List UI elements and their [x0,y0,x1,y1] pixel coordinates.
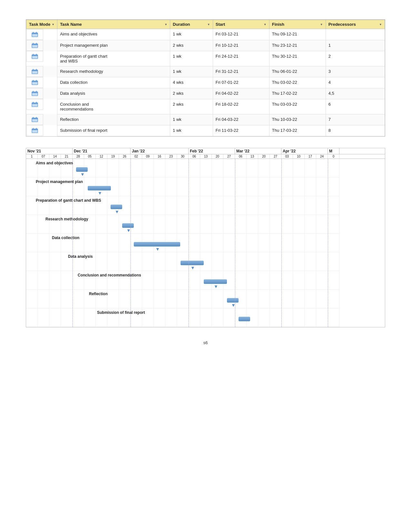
table-row: Data analysis2 wksFri 04-02-22Thu 17-02-… [26,88,385,99]
gantt-grid-cell [119,290,131,308]
gantt-grid-cell [305,178,316,196]
gantt-grid-cell [177,290,189,308]
col-header-predecessors: Predecessors ▼ [326,20,385,29]
col-header-duration: Duration ▼ [170,20,213,29]
gantt-task-label: Project management plan [36,179,83,184]
gantt-grid-cell [247,252,258,271]
gantt-grid-cell [26,215,38,233]
gantt-grid-cell [154,308,165,327]
gantt-grid-cell [131,290,142,308]
gantt-task-label: Aims and objectives [36,161,73,165]
task-pred-cell: 7 [326,114,385,125]
task-pred-cell: 4,5 [326,88,385,99]
gantt-grid-cell [281,159,293,177]
task-mode-cell [26,99,43,110]
page-number-text: s6 [203,340,208,345]
gantt-grid-cell [247,215,258,233]
start-dropdown-icon[interactable]: ▼ [264,23,267,26]
gantt-grid-cell [281,290,293,308]
gantt-day-cell: 13 [200,154,212,159]
task-pred-cell [326,29,385,40]
task-mode-cell [26,125,43,136]
task-mode-icon [32,43,38,48]
svg-point-51 [36,128,37,129]
gantt-grid-cell [26,234,38,252]
gantt-grid-cell [270,308,281,327]
gantt-grid-cell [154,196,165,215]
task-pred-cell: 8 [326,125,385,136]
gantt-grid-cell [154,271,165,289]
svg-rect-37 [32,103,38,104]
gantt-grid-cell [177,196,189,215]
gantt-grid-cell [293,215,305,233]
gantt-grid-cell [293,196,305,215]
svg-point-50 [33,128,34,129]
gantt-grid-cell [316,196,328,215]
gantt-day-cell: 0 [328,154,339,159]
task-duration-cell: 1 wk [170,51,213,66]
table-row: Reflection1 wkFri 04-03-22Thu 10-03-227 [26,114,385,125]
task-name-dropdown-icon[interactable]: ▼ [164,23,167,26]
gantt-grid-cell [258,159,270,177]
gantt-grid-cell [247,159,258,177]
task-start-cell: Fri 18-02-22 [213,99,269,114]
gantt-grid-cell [293,234,305,252]
gantt-day-cell: 23 [165,154,177,159]
gantt-month-headers: Nov '21Dec '21Jan '22Feb '22Mar '22Apr '… [26,148,385,154]
gantt-grid-cell [293,271,305,289]
gantt-task-row: Aims and objectives▼ [26,159,339,178]
gantt-day-cell: 13 [247,154,258,159]
gantt-grid-cell [119,252,131,271]
gantt-task-row: Project management plan▼ [26,178,339,196]
gantt-day-cell: 28 [73,154,84,159]
gantt-grid-cell [61,308,73,327]
gantt-grid-cell [328,178,339,196]
svg-rect-25 [32,81,38,82]
gantt-grid-cell [142,215,154,233]
task-name-cell: Project management plan [57,40,170,51]
gantt-day-cell: 1 [26,154,38,159]
gantt-grid-cell [293,252,305,271]
task-name-label: Task Name [60,22,82,27]
gantt-grid-cell [316,234,328,252]
col-header-finish: Finish ▼ [269,20,326,29]
gantt-grid-cell [270,196,281,215]
gantt-grid-cell [316,271,328,289]
task-duration-cell: 1 wk [170,29,213,40]
gantt-grid-cell [107,159,119,177]
gantt-connector-arrow: ▼ [214,284,218,289]
gantt-grid-cell [200,290,212,308]
gantt-grid-cell [200,159,212,177]
gantt-grid-cell [96,159,107,177]
gantt-grid-cell [212,308,223,327]
task-name-cell: Submission of final report [57,125,170,136]
gantt-task-bar [122,223,134,228]
finish-dropdown-icon[interactable]: ▼ [320,23,323,26]
pred-dropdown-icon[interactable]: ▼ [379,23,382,26]
task-name-cell: Aims and objectives [57,29,170,40]
duration-dropdown-icon[interactable]: ▼ [207,23,210,26]
task-name-cell: Data analysis [57,88,170,99]
svg-point-26 [33,80,34,81]
gantt-grid-cell [258,234,270,252]
gantt-grid-cell [49,271,61,289]
predecessors-label: Predecessors [328,22,356,27]
gantt-grid-cell [131,196,142,215]
gantt-grid-cell [305,252,316,271]
gantt-grid-cell [235,196,247,215]
gantt-grid-cell [38,290,49,308]
page-number: s6 [26,340,385,345]
gantt-grid-cell [281,215,293,233]
svg-rect-1 [32,33,38,34]
gantt-grid-cell [177,215,189,233]
gantt-grid-cell [200,308,212,327]
task-mode-dropdown-icon[interactable]: ▼ [52,23,54,26]
task-mode-icon [32,54,38,59]
gantt-grid-cell [154,215,165,233]
gantt-grid-cell [316,215,328,233]
task-mode-cell [26,40,43,51]
gantt-month-cell: Jan '22 [131,148,189,154]
task-mode-label: Task Mode [29,22,50,27]
gantt-grid-cell [189,159,200,177]
svg-point-45 [36,117,37,118]
